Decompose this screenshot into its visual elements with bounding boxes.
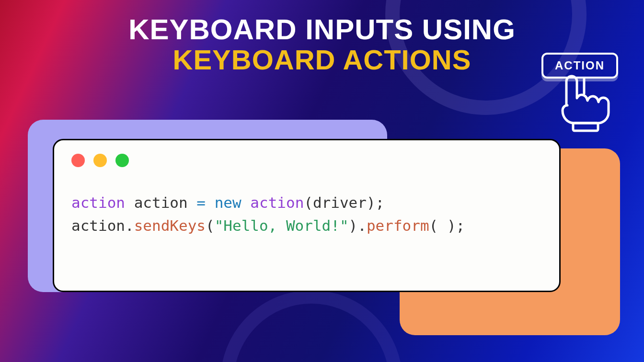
svg-rect-0: [573, 123, 598, 131]
window-dot-red-icon: [71, 154, 85, 167]
action-graphic: ACTION: [539, 53, 625, 134]
window-traffic-dots: [71, 154, 542, 167]
code-token: "Hello, World!": [215, 217, 349, 234]
code-token: (driver);: [304, 194, 384, 211]
decorative-ring: [220, 290, 402, 362]
code-token: sendKeys: [134, 217, 206, 234]
code-token: (: [206, 217, 215, 234]
code-block: action action = new action(driver);actio…: [71, 191, 542, 237]
code-line: action action = new action(driver);: [71, 191, 542, 214]
code-token: action.: [71, 217, 134, 234]
code-window: action action = new action(driver);actio…: [53, 139, 561, 292]
window-dot-green-icon: [115, 154, 129, 167]
code-token: action: [71, 194, 125, 211]
code-token: action: [125, 194, 196, 211]
code-token: [242, 194, 251, 211]
code-token: [206, 194, 215, 211]
code-token: new: [215, 194, 242, 211]
pointer-hand-icon: [539, 53, 625, 134]
code-token: perform: [367, 217, 429, 234]
code-line: action.sendKeys("Hello, World!").perform…: [71, 214, 542, 237]
code-token: action: [250, 194, 304, 211]
code-token: ).: [349, 217, 367, 234]
code-token: =: [196, 194, 206, 211]
title-line1: KEYBOARD INPUTS USING: [0, 14, 644, 45]
window-dot-yellow-icon: [93, 154, 107, 167]
code-token: ( );: [429, 217, 465, 234]
